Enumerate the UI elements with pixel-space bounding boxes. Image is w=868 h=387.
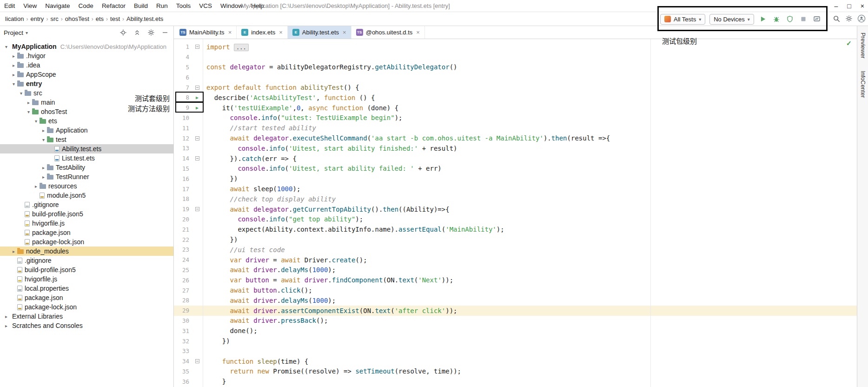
- tree-item-scratches-and-consoles[interactable]: ▸Scratches and Consoles: [0, 321, 173, 330]
- tab-index.ets[interactable]: Eindex.ets×: [237, 26, 288, 39]
- breadcrumb-item-entry[interactable]: entry: [29, 15, 45, 22]
- code-line[interactable]: 33: [174, 346, 857, 356]
- line-number[interactable]: 32: [174, 338, 192, 345]
- tree-item-.hvigor[interactable]: ▸.hvigor: [0, 51, 173, 60]
- tree-item-package-lock.json[interactable]: package-lock.json: [0, 237, 173, 247]
- close-icon[interactable]: ×: [415, 29, 420, 36]
- code-line[interactable]: 9▶ it('testUiExample',0, async function …: [174, 103, 857, 113]
- code-line[interactable]: 20 console.info("get top ability");: [174, 214, 857, 225]
- code-line[interactable]: 19 await delegator.getCurrentTopAbility(…: [174, 204, 857, 214]
- tree-item-.gitignore[interactable]: .gitignore: [0, 256, 173, 265]
- line-number[interactable]: 30: [174, 317, 192, 324]
- code-line[interactable]: 17 await sleep(1000);: [174, 184, 857, 194]
- code-line[interactable]: 22 }): [174, 234, 857, 245]
- line-number[interactable]: 33: [174, 347, 192, 354]
- tree-item-package.json[interactable]: package.json: [0, 228, 173, 237]
- chevron-down-icon[interactable]: ▾: [3, 44, 10, 49]
- tree-item-package-lock.json[interactable]: package-lock.json: [0, 302, 173, 312]
- tree-item-resources[interactable]: ▸resources: [0, 181, 173, 191]
- code-line[interactable]: 16 }): [174, 173, 857, 184]
- code-line[interactable]: 8▶ describe('ActsAbilityTest', function …: [174, 93, 857, 103]
- line-number[interactable]: 28: [174, 297, 192, 304]
- line-number[interactable]: 23: [174, 246, 192, 253]
- tree-item-module.json5[interactable]: module.json5: [0, 191, 173, 200]
- line-number[interactable]: 20: [174, 216, 192, 223]
- tree-item-ets[interactable]: ▾ets: [0, 116, 173, 126]
- code-line[interactable]: 10 console.info("uitest: TestUiExample b…: [174, 113, 857, 123]
- tree-item-entry[interactable]: ▾entry: [0, 79, 173, 88]
- menu-refactor[interactable]: Refactor: [98, 0, 130, 12]
- line-number[interactable]: 24: [174, 256, 192, 263]
- code-line[interactable]: 5const delegator = abilityDelegatorRegis…: [174, 62, 857, 73]
- stop-button[interactable]: [799, 14, 808, 24]
- tree-item-external-libraries[interactable]: ▸External Libraries: [0, 312, 173, 321]
- code-line[interactable]: 31 done();: [174, 326, 857, 336]
- debug-button[interactable]: [772, 14, 781, 24]
- line-number[interactable]: 10: [174, 114, 192, 121]
- line-number[interactable]: 11: [174, 125, 192, 132]
- code-line[interactable]: 34 function sleep(time) {: [174, 356, 857, 367]
- breadcrumb-item-src[interactable]: src: [49, 15, 60, 22]
- fold-icon[interactable]: [192, 207, 203, 211]
- tree-item-.gitignore[interactable]: .gitignore: [0, 200, 173, 209]
- line-number[interactable]: 17: [174, 186, 192, 193]
- tab-mainability.ts[interactable]: TSMainAbility.ts×: [175, 26, 237, 39]
- chevron-right-icon[interactable]: ▸: [40, 174, 47, 180]
- tree-item-ability.test.ets[interactable]: Ability.test.ets: [0, 144, 173, 153]
- chevron-down-icon[interactable]: ▾: [33, 119, 40, 124]
- breadcrumb-item-lication[interactable]: lication: [4, 15, 25, 22]
- line-number[interactable]: 5: [174, 64, 192, 71]
- menu-run[interactable]: Run: [152, 0, 172, 12]
- coverage-button[interactable]: [785, 14, 795, 24]
- tree-item-hvigorfile.js[interactable]: hvigorfile.js: [0, 274, 173, 284]
- breadcrumb-item-ets[interactable]: ets: [94, 15, 105, 22]
- tree-item-application[interactable]: ▸Application: [0, 126, 173, 135]
- close-icon[interactable]: ×: [227, 29, 232, 36]
- tab-ability.test.ets[interactable]: EAbility.test.ets×: [288, 26, 351, 39]
- code-line[interactable]: 32 }): [174, 336, 857, 346]
- code-line[interactable]: 18 //check top display ability: [174, 194, 857, 204]
- line-number[interactable]: 29: [174, 307, 192, 314]
- locate-file-icon[interactable]: [119, 28, 128, 37]
- code-line[interactable]: 29 await driver.assertComponentExist(ON.…: [174, 306, 857, 316]
- collapse-all-icon[interactable]: [133, 28, 142, 37]
- chevron-right-icon[interactable]: ▸: [10, 53, 17, 59]
- tool-tab-previewer[interactable]: Previewer: [860, 33, 866, 59]
- line-number[interactable]: 13: [174, 145, 192, 152]
- tree-item-myapplication[interactable]: ▾MyApplicationC:\Users\lenovo\Desktop\My…: [0, 42, 173, 51]
- run-test-icon[interactable]: ▶: [192, 106, 203, 110]
- chevron-right-icon[interactable]: ▸: [40, 165, 47, 170]
- close-icon[interactable]: ×: [278, 29, 283, 36]
- code-line[interactable]: 11 //start tested ability: [174, 123, 857, 133]
- code-line[interactable]: 7export default function abilityTest() {: [174, 82, 857, 93]
- profiler-button[interactable]: [812, 14, 822, 24]
- code-line[interactable]: 12 await delegator.executeShellCommand('…: [174, 133, 857, 143]
- code-line[interactable]: 36 }: [174, 376, 857, 387]
- line-number[interactable]: 36: [174, 378, 192, 385]
- device-select[interactable]: No Devices ▾: [709, 14, 754, 25]
- breadcrumb-item-ability.test.ets[interactable]: Ability.test.ets: [125, 15, 165, 22]
- search-icon[interactable]: [832, 14, 841, 23]
- line-number[interactable]: 14: [174, 155, 192, 162]
- chevron-right-icon[interactable]: ▸: [3, 323, 10, 328]
- close-icon[interactable]: ×: [342, 29, 346, 36]
- line-number[interactable]: 31: [174, 327, 192, 334]
- chevron-down-icon[interactable]: ▾: [18, 91, 25, 96]
- line-number[interactable]: 27: [174, 287, 192, 294]
- tree-item-testrunner[interactable]: ▸TestRunner: [0, 172, 173, 181]
- settings-gear-icon[interactable]: [844, 14, 854, 23]
- code-line[interactable]: 1import ...: [174, 42, 857, 52]
- chevron-right-icon[interactable]: ▸: [25, 100, 32, 105]
- code-line[interactable]: 13 console.info('Uitest, start ability f…: [174, 143, 857, 153]
- chevron-right-icon[interactable]: ▸: [10, 249, 17, 254]
- code-line[interactable]: 25 await driver.delayMs(1000);: [174, 265, 857, 275]
- line-number[interactable]: 4: [174, 53, 192, 60]
- tree-item-appscope[interactable]: ▸AppScope: [0, 70, 173, 79]
- line-number[interactable]: 18: [174, 195, 192, 202]
- fold-icon[interactable]: [192, 359, 203, 363]
- close-button[interactable]: ×: [861, 2, 864, 10]
- line-number[interactable]: 34: [174, 358, 192, 365]
- chevron-right-icon[interactable]: ▸: [10, 72, 17, 77]
- tree-item-package.json[interactable]: package.json: [0, 293, 173, 302]
- line-number[interactable]: 12: [174, 135, 192, 142]
